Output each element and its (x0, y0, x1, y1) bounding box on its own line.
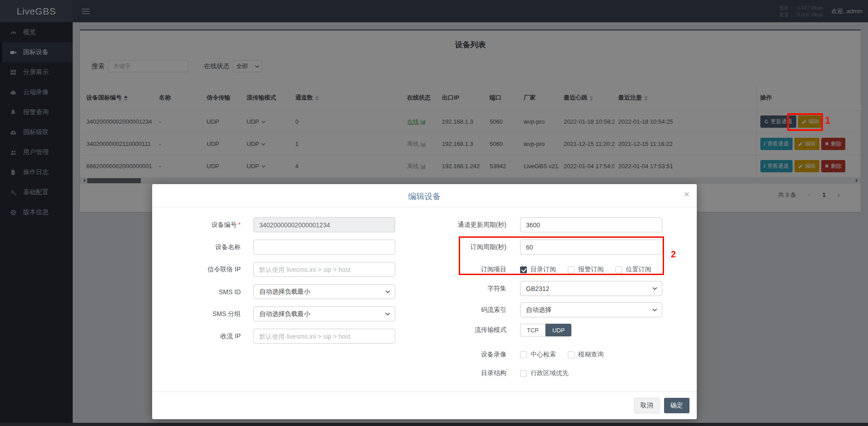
device-id-field (253, 217, 395, 232)
sms-id-select-value: 自动选择负载最小 (259, 288, 310, 296)
subscribe-period-field[interactable] (520, 240, 662, 255)
charset-label: 字符集 (432, 285, 506, 293)
checkbox-icon (520, 351, 527, 358)
sms-group-select[interactable]: 自动选择负载最小 (253, 306, 395, 321)
stream-index-label: 码流索引 (432, 306, 506, 314)
checkbox-checked-icon (520, 266, 527, 273)
chevron-down-icon (652, 308, 657, 311)
chevron-down-icon (652, 287, 657, 290)
modal-header: 编辑设备 × (152, 184, 697, 207)
recv-stream-ip-field[interactable] (253, 329, 395, 344)
modal-left-column: 设备编号* 设备名称 信令联络 IP SMS ID 自动选择负载最小 SMS 分… (159, 217, 404, 351)
tcp-option-button[interactable]: TCP (520, 324, 546, 336)
subscribe-period-label: 订阅周期(秒) (432, 243, 506, 251)
fuzzy-query-checkbox[interactable]: 模糊查询 (568, 351, 604, 359)
sms-id-select[interactable]: 自动选择负载最小 (253, 284, 395, 299)
modal-right-column: 通道更新周期(秒) 订阅周期(秒) 订阅项目 目录订阅 报警订阅 位置订阅 字符… (432, 217, 686, 385)
edit-device-modal: 编辑设备 × 设备编号* 设备名称 信令联络 IP SMS ID 自动选择负载最… (152, 184, 697, 419)
channel-refresh-field[interactable] (520, 217, 662, 232)
udp-option-button[interactable]: UDP (546, 324, 571, 336)
catalog-subscribe-checkbox[interactable]: 目录订阅 (520, 266, 556, 274)
stream-mode-label: 流传输模式 (432, 326, 506, 334)
admin-region-priority-checkbox[interactable]: 行政区域优先 (520, 369, 569, 377)
device-name-field[interactable] (253, 240, 395, 255)
modal-footer: 取消 确定 (152, 391, 697, 419)
charset-select[interactable]: GB2312 (520, 281, 662, 296)
device-id-label: 设备编号* (159, 221, 241, 229)
alarm-subscribe-checkbox[interactable]: 报警订阅 (568, 266, 604, 274)
chevron-down-icon (385, 312, 390, 316)
stream-index-select-value: 自动选择 (526, 306, 551, 314)
chevron-down-icon (385, 290, 390, 293)
checkbox-icon (520, 370, 527, 377)
sip-contact-ip-field[interactable] (253, 262, 395, 277)
required-asterisk: * (238, 221, 241, 228)
close-icon[interactable]: × (684, 189, 689, 199)
checkbox-icon (568, 351, 575, 358)
checkbox-icon (568, 266, 575, 273)
dir-structure-label: 目录结构 (432, 369, 506, 377)
sms-group-select-value: 自动选择负载最小 (259, 310, 310, 318)
checkbox-icon (615, 266, 622, 273)
recv-stream-ip-label: 收流 IP (159, 332, 241, 341)
sip-contact-ip-label: 信令联络 IP (159, 266, 241, 274)
stream-index-select[interactable]: 自动选择 (520, 302, 662, 317)
position-subscribe-checkbox[interactable]: 位置订阅 (615, 266, 651, 274)
device-name-label: 设备名称 (159, 243, 241, 251)
device-record-label: 设备录像 (432, 351, 506, 359)
sms-group-label: SMS 分组 (159, 310, 241, 318)
confirm-button[interactable]: 确定 (664, 398, 689, 413)
channel-refresh-label: 通道更新周期(秒) (432, 221, 506, 229)
sms-id-label: SMS ID (159, 288, 241, 296)
charset-select-value: GB2312 (526, 285, 549, 292)
modal-title: 编辑设备 (152, 184, 697, 202)
subscribe-items-label: 订阅项目 (432, 266, 506, 274)
stream-mode-toggle: TCP UDP (520, 324, 571, 336)
cancel-button[interactable]: 取消 (634, 398, 660, 413)
center-search-checkbox[interactable]: 中心检索 (520, 351, 556, 359)
